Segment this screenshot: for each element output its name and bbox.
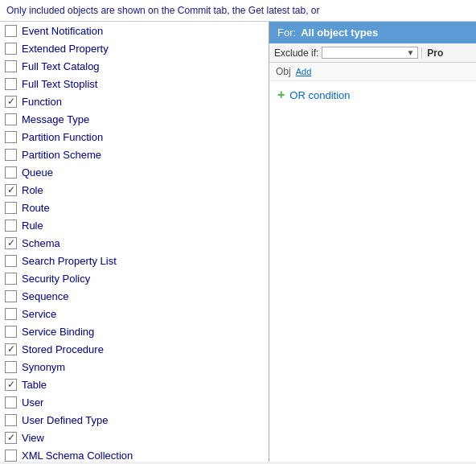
item-label-extended-property: Extended Property (22, 43, 109, 55)
checkbox-synonym[interactable] (5, 361, 17, 373)
for-value: All object types (301, 27, 378, 39)
list-item-xml-schema-collection[interactable]: XML Schema Collection (0, 446, 269, 462)
list-item-event-notification[interactable]: Event Notification (0, 22, 269, 39)
checkbox-partition-scheme[interactable] (5, 149, 17, 161)
item-label-full-text-stoplist: Full Text Stoplist (22, 78, 97, 90)
item-label-user-defined-type: User Defined Type (22, 414, 108, 426)
plus-icon: + (277, 88, 285, 102)
checkmark-icon: ✓ (7, 380, 15, 389)
item-label-partition-function: Partition Function (22, 131, 103, 143)
item-label-sequence: Sequence (22, 290, 69, 302)
info-bar: Only included objects are shown on the C… (0, 0, 476, 22)
list-item-function[interactable]: ✓Function (0, 92, 269, 110)
checkmark-icon: ✓ (7, 96, 15, 106)
checkbox-event-notification[interactable] (5, 25, 17, 37)
item-label-view: View (22, 432, 44, 444)
checkbox-queue[interactable] (5, 166, 17, 179)
list-item-synonym[interactable]: Synonym (0, 358, 269, 376)
list-item-search-property-list[interactable]: Search Property List (0, 252, 269, 269)
list-item-partition-scheme[interactable]: Partition Scheme (0, 146, 269, 163)
list-item-route[interactable]: Route (0, 199, 269, 216)
list-item-schema[interactable]: ✓Schema (0, 234, 269, 252)
checkbox-user[interactable] (5, 396, 17, 409)
checkbox-full-text-stoplist[interactable] (5, 78, 17, 90)
list-item-service[interactable]: Service (0, 305, 269, 322)
list-item-user[interactable]: User (0, 393, 269, 411)
item-label-message-type: Message Type (22, 113, 89, 125)
checkbox-extended-property[interactable] (5, 43, 17, 55)
item-label-service-binding: Service Binding (22, 326, 94, 338)
item-label-role: Role (22, 184, 43, 196)
list-item-role[interactable]: ✓Role (0, 181, 269, 199)
or-condition-row[interactable]: + OR condition (269, 81, 476, 109)
checkbox-user-defined-type[interactable] (5, 414, 17, 426)
checkbox-partition-function[interactable] (5, 131, 17, 143)
list-item-extended-property[interactable]: Extended Property (0, 39, 269, 57)
checkbox-full-text-catalog[interactable] (5, 60, 17, 72)
item-label-synonym: Synonym (22, 361, 65, 373)
list-item-queue[interactable]: Queue (0, 163, 269, 181)
list-item-user-defined-type[interactable]: User Defined Type (0, 411, 269, 429)
item-label-route: Route (22, 202, 50, 214)
pro-column-header: Pro (421, 47, 448, 59)
item-label-xml-schema-collection: XML Schema Collection (22, 450, 133, 462)
list-item-view[interactable]: ✓View (0, 429, 269, 446)
checkmark-icon: ✓ (7, 185, 15, 195)
for-bar: For: All object types (269, 22, 476, 43)
obj-area: Obj Add (269, 63, 476, 81)
item-label-partition-scheme: Partition Scheme (22, 149, 101, 161)
item-label-user: User (22, 396, 43, 409)
list-item-rule[interactable]: Rule (0, 216, 269, 234)
item-label-full-text-catalog: Full Text Catalog (22, 60, 100, 72)
filter-bar: Exclude if: ▼ Pro (269, 43, 476, 63)
item-label-security-policy: Security Policy (22, 273, 90, 285)
checkbox-message-type[interactable] (5, 113, 17, 125)
checkbox-schema[interactable]: ✓ (5, 237, 17, 249)
checkbox-rule[interactable] (5, 220, 17, 232)
checkmark-icon: ✓ (7, 344, 15, 354)
item-label-function: Function (22, 96, 62, 108)
checkmark-icon: ✓ (7, 433, 15, 442)
checkbox-xml-schema-collection[interactable] (5, 450, 17, 462)
right-panel: For: All object types Exclude if: ▼ Pro … (269, 22, 476, 462)
exclude-if-dropdown[interactable]: ▼ (322, 47, 418, 59)
or-condition-label[interactable]: OR condition (289, 89, 350, 101)
item-label-schema: Schema (22, 237, 60, 249)
item-label-queue: Queue (22, 166, 53, 179)
checkmark-icon: ✓ (7, 238, 15, 248)
checkbox-route[interactable] (5, 202, 17, 214)
checkbox-view[interactable]: ✓ (5, 432, 17, 444)
exclude-if-label: Exclude if: (274, 47, 318, 59)
checkbox-search-property-list[interactable] (5, 255, 17, 267)
item-label-table: Table (22, 379, 47, 391)
item-label-service: Service (22, 308, 56, 320)
list-item-service-binding[interactable]: Service Binding (0, 322, 269, 340)
info-bar-text: Only included objects are shown on the C… (6, 5, 320, 16)
checkbox-sequence[interactable] (5, 290, 17, 302)
list-item-table[interactable]: ✓Table (0, 376, 269, 393)
item-label-search-property-list: Search Property List (22, 255, 117, 267)
list-item-sequence[interactable]: Sequence (0, 287, 269, 305)
item-label-rule: Rule (22, 220, 43, 232)
object-type-list[interactable]: Event NotificationExtended PropertyFull … (0, 22, 269, 462)
checkbox-function[interactable]: ✓ (5, 96, 17, 108)
checkbox-role[interactable]: ✓ (5, 184, 17, 196)
for-label: For: (277, 27, 296, 39)
checkbox-service[interactable] (5, 308, 17, 320)
add-link[interactable]: Add (296, 67, 312, 76)
item-label-stored-procedure: Stored Procedure (22, 343, 104, 355)
list-item-message-type[interactable]: Message Type (0, 110, 269, 128)
list-item-stored-procedure[interactable]: ✓Stored Procedure (0, 340, 269, 358)
list-item-security-policy[interactable]: Security Policy (0, 269, 269, 287)
list-item-full-text-catalog[interactable]: Full Text Catalog (0, 57, 269, 75)
list-item-partition-function[interactable]: Partition Function (0, 128, 269, 146)
dropdown-arrow-icon: ▼ (406, 48, 414, 57)
item-label-event-notification: Event Notification (22, 25, 103, 37)
checkbox-table[interactable]: ✓ (5, 379, 17, 391)
left-panel: Event NotificationExtended PropertyFull … (0, 22, 269, 462)
obj-label: Obj (276, 66, 291, 77)
checkbox-service-binding[interactable] (5, 326, 17, 338)
checkbox-stored-procedure[interactable]: ✓ (5, 343, 17, 355)
checkbox-security-policy[interactable] (5, 273, 17, 285)
list-item-full-text-stoplist[interactable]: Full Text Stoplist (0, 75, 269, 92)
